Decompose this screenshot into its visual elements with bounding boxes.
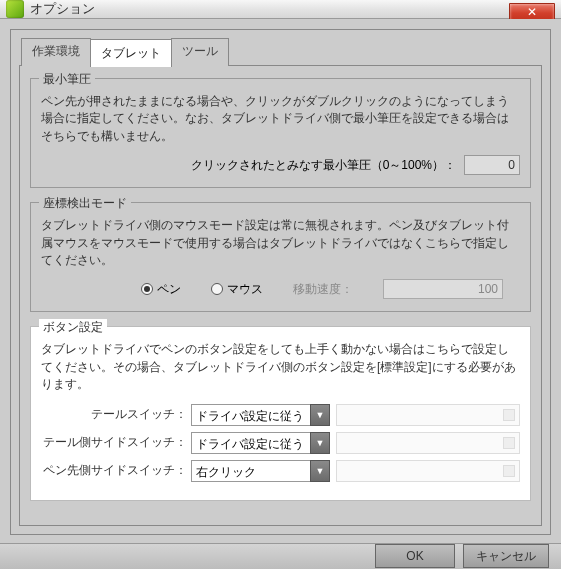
- tab-tool[interactable]: ツール: [171, 38, 229, 66]
- min-pressure-desc: ペン先が押されたままになる場合や、クリックがダブルクリックのようになってしまう場…: [41, 93, 520, 145]
- tab-tablet[interactable]: タブレット: [90, 39, 172, 67]
- pentip-side-switch-label: ペン先側サイドスイッチ：: [41, 462, 191, 479]
- min-pressure-input[interactable]: [464, 155, 520, 175]
- coord-mode-desc: タブレットドライバ側のマウスモード設定は常に無視されます。ペン及びタブレット付属…: [41, 217, 520, 269]
- button-row-pentip-side-switch: ペン先側サイドスイッチ： 右クリック ▼: [41, 460, 520, 482]
- pentip-side-switch-combo[interactable]: 右クリック ▼: [191, 460, 330, 482]
- button-row-tail-side-switch: テール側サイドスイッチ： ドライバ設定に従う ▼: [41, 432, 520, 454]
- tail-side-switch-combo[interactable]: ドライバ設定に従う ▼: [191, 432, 330, 454]
- window-title: オプション: [30, 0, 95, 18]
- radio-dot-icon: [141, 283, 153, 295]
- tab-strip: 作業環境 タブレット ツール: [21, 38, 542, 66]
- body-area: 作業環境 タブレット ツール 最小筆圧 ペン先が押されたままになる場合や、クリッ…: [0, 19, 561, 543]
- group-coord-mode-title: 座標検出モード: [39, 195, 131, 212]
- tail-side-switch-value: ドライバ設定に従う: [191, 432, 311, 454]
- button-row-tail-switch: テールスイッチ： ドライバ設定に従う ▼: [41, 404, 520, 426]
- radio-mouse[interactable]: マウス: [211, 281, 263, 298]
- tail-switch-value: ドライバ設定に従う: [191, 404, 311, 426]
- tail-side-switch-extra: [336, 432, 520, 454]
- titlebar: オプション ✕: [0, 0, 561, 19]
- radio-pen[interactable]: ペン: [141, 281, 181, 298]
- group-button-settings: ボタン設定 タブレットドライバでペンのボタン設定をしても上手く動かない場合はこち…: [30, 326, 531, 500]
- tail-switch-combo[interactable]: ドライバ設定に従う ▼: [191, 404, 330, 426]
- ok-button[interactable]: OK: [375, 544, 455, 568]
- radio-pen-label: ペン: [157, 281, 181, 298]
- pentip-side-switch-extra: [336, 460, 520, 482]
- move-speed-label: 移動速度：: [293, 281, 353, 298]
- radio-dot-icon: [211, 283, 223, 295]
- chevron-down-icon[interactable]: ▼: [310, 460, 330, 482]
- outer-panel: 作業環境 タブレット ツール 最小筆圧 ペン先が押されたままになる場合や、クリッ…: [10, 29, 551, 535]
- group-min-pressure-title: 最小筆圧: [39, 71, 95, 88]
- close-icon: ✕: [527, 5, 537, 19]
- move-speed-input: [383, 279, 503, 299]
- tail-switch-extra: [336, 404, 520, 426]
- group-coord-mode: 座標検出モード タブレットドライバ側のマウスモード設定は常に無視されます。ペン及…: [30, 202, 531, 312]
- group-button-settings-title: ボタン設定: [39, 319, 107, 336]
- chevron-down-icon[interactable]: ▼: [310, 404, 330, 426]
- button-settings-desc: タブレットドライバでペンのボタン設定をしても上手く動かない場合はこちらで設定して…: [41, 341, 520, 393]
- cancel-button[interactable]: キャンセル: [463, 544, 549, 568]
- tail-side-switch-label: テール側サイドスイッチ：: [41, 434, 191, 451]
- pentip-side-switch-value: 右クリック: [191, 460, 311, 482]
- tail-switch-label: テールスイッチ：: [41, 406, 191, 423]
- options-dialog: オプション ✕ 作業環境 タブレット ツール 最小筆圧 ペン先が押されたままにな…: [0, 0, 561, 569]
- min-pressure-label: クリックされたとみなす最小筆圧（0～100%）：: [191, 157, 456, 174]
- chevron-down-icon[interactable]: ▼: [310, 432, 330, 454]
- app-icon: [6, 0, 24, 18]
- dialog-footer: OK キャンセル: [0, 543, 561, 569]
- group-min-pressure: 最小筆圧 ペン先が押されたままになる場合や、クリックがダブルクリックのようになっ…: [30, 78, 531, 188]
- radio-mouse-label: マウス: [227, 281, 263, 298]
- tab-work-env[interactable]: 作業環境: [21, 38, 91, 66]
- tab-content-tablet: 最小筆圧 ペン先が押されたままになる場合や、クリックがダブルクリックのようになっ…: [19, 65, 542, 526]
